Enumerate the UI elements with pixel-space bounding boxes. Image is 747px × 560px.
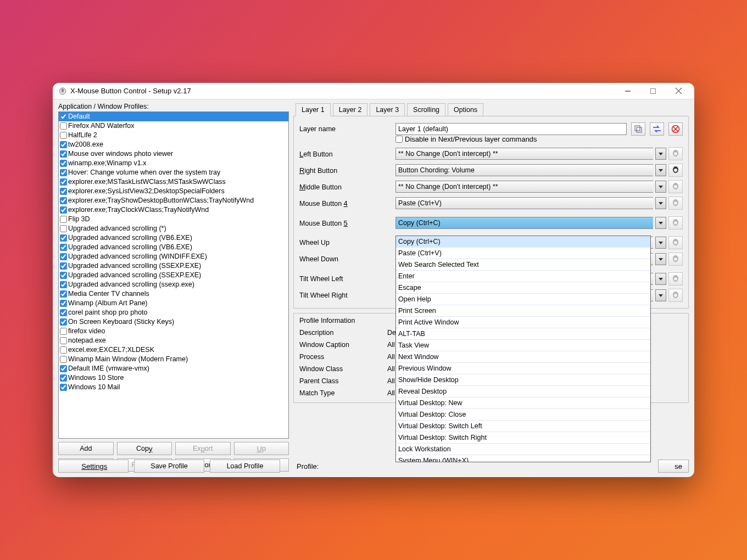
profile-row[interactable]: notepad.exe <box>59 336 288 345</box>
profile-row[interactable]: Mouse over windows photo viewer <box>59 149 288 159</box>
profile-row[interactable]: Firefox AND Waterfox <box>59 121 288 131</box>
dropdown-item[interactable]: Print Active Window <box>396 317 650 328</box>
dropdown-item[interactable]: Copy (Ctrl+C) <box>396 236 650 248</box>
dropdown-item[interactable]: Lock Workstation <box>396 444 650 455</box>
tab-layer-2[interactable]: Layer 2 <box>333 103 368 116</box>
profile-row[interactable]: Upgraded advanced scrolling (VB6.EXE) <box>59 233 288 243</box>
profile-row[interactable]: Upgraded advanced scrolling (SSEXP.EXE) <box>59 271 288 280</box>
action-select[interactable]: Button Chording: Volume <box>395 164 653 176</box>
dropdown-item[interactable]: Reveal Desktop <box>396 386 650 397</box>
profile-row[interactable]: Default IME (vmware-vmx) <box>59 364 288 373</box>
profile-checkbox[interactable] <box>60 216 67 223</box>
minimize-button[interactable] <box>615 83 640 99</box>
profile-checkbox[interactable] <box>60 262 67 270</box>
dropdown-item[interactable]: System Menu (WIN+X) <box>396 455 650 462</box>
add-button[interactable]: Add <box>58 442 114 455</box>
swap-layers-icon[interactable] <box>650 122 664 136</box>
profile-row[interactable]: explorer.exe;TrayClockWClass;TrayNotifyW… <box>59 205 288 215</box>
tab-layer-3[interactable]: Layer 3 <box>370 103 405 116</box>
profile-checkbox[interactable] <box>60 113 67 120</box>
dropdown-item[interactable]: Print Screen <box>396 305 650 317</box>
profile-row[interactable]: Winamp (Album Art Pane) <box>59 299 288 308</box>
chevron-down-icon[interactable] <box>655 148 666 160</box>
profile-checkbox[interactable] <box>60 356 67 363</box>
action-select[interactable]: ** No Change (Don't intercept) ** <box>395 181 653 193</box>
profile-row[interactable]: explorer.exe;MSTaskListWClass;MSTaskSwWC… <box>59 177 288 187</box>
dropdown-item[interactable]: Open Help <box>396 294 650 305</box>
profile-row[interactable]: Media Center TV channels <box>59 289 288 299</box>
tab-options[interactable]: Options <box>448 103 483 116</box>
disable-next-prev-checkbox[interactable] <box>395 136 403 143</box>
profile-row[interactable]: winamp.exe;Winamp v1.x <box>59 159 288 168</box>
profile-checkbox[interactable] <box>60 281 67 288</box>
tab-layer-1[interactable]: Layer 1 <box>296 103 331 116</box>
chevron-down-icon[interactable] <box>655 237 666 249</box>
settings-button[interactable]: Settings <box>58 460 129 473</box>
dropdown-item[interactable]: Escape <box>396 282 650 294</box>
chevron-down-icon[interactable] <box>655 197 666 209</box>
action-select[interactable]: Copy (Ctrl+C) <box>395 217 653 229</box>
profile-row[interactable]: Default <box>59 112 288 121</box>
profile-row[interactable]: Upgraded advanced scrolling (VB6.EXE) <box>59 243 288 252</box>
profile-checkbox[interactable] <box>60 244 67 251</box>
dropdown-item[interactable]: Virtual Desktop: Close <box>396 409 650 421</box>
chevron-down-icon[interactable] <box>655 289 666 301</box>
profile-checkbox[interactable] <box>60 253 67 260</box>
action-select[interactable]: ** No Change (Don't intercept) ** <box>395 148 653 160</box>
profile-row[interactable]: Upgraded advanced scrolling (*) <box>59 224 288 233</box>
profile-checkbox[interactable] <box>60 160 67 167</box>
dropdown-item[interactable]: Web Search Selected Text <box>396 259 650 271</box>
profile-row[interactable]: excel.exe;EXCEL7;XLDESK <box>59 345 288 355</box>
copy-layer-icon[interactable] <box>631 122 645 136</box>
profile-row[interactable]: Flip 3D <box>59 215 288 224</box>
profile-checkbox[interactable] <box>60 309 67 316</box>
gear-icon[interactable] <box>668 164 683 177</box>
profile-checkbox[interactable] <box>60 374 67 382</box>
dropdown-item[interactable]: Previous Window <box>396 363 650 374</box>
profile-checkbox[interactable] <box>60 225 67 232</box>
profile-checkbox[interactable] <box>60 206 67 214</box>
profile-row[interactable]: corel paint shop pro photo <box>59 308 288 317</box>
dropdown-item[interactable]: Enter <box>396 271 650 282</box>
dropdown-item[interactable]: Virtual Desktop: Switch Left <box>396 421 650 432</box>
profile-row[interactable]: HalfLife 2 <box>59 131 288 140</box>
profile-checkbox[interactable] <box>60 365 67 372</box>
chevron-down-icon[interactable] <box>655 253 666 265</box>
maximize-button[interactable] <box>640 83 666 99</box>
profile-checkbox[interactable] <box>60 290 67 298</box>
profile-checkbox[interactable] <box>60 178 67 186</box>
profile-row[interactable]: explorer.exe;SysListView32;DesktopSpecia… <box>59 187 288 196</box>
dropdown-item[interactable]: Next Window <box>396 351 650 363</box>
profiles-listbox[interactable]: DefaultFirefox AND WaterfoxHalfLife 2tw2… <box>58 111 289 439</box>
revert-layer-icon[interactable] <box>668 122 683 136</box>
partially-covered-button[interactable]: se <box>658 460 689 473</box>
chevron-down-icon[interactable] <box>655 181 666 193</box>
dropdown-item[interactable]: Virtual Desktop: Switch Right <box>396 432 650 444</box>
profile-checkbox[interactable] <box>60 169 67 176</box>
profile-checkbox[interactable] <box>60 122 67 130</box>
profile-checkbox[interactable] <box>60 197 67 204</box>
chevron-down-icon[interactable] <box>655 217 666 229</box>
action-select[interactable]: Paste (Ctrl+V) <box>395 197 653 209</box>
dropdown-item[interactable]: Show/Hide Desktop <box>396 374 650 386</box>
profile-checkbox[interactable] <box>60 300 67 307</box>
profile-checkbox[interactable] <box>60 337 67 344</box>
layer-name-input[interactable] <box>395 123 627 135</box>
mouse-button-5-dropdown[interactable]: Copy (Ctrl+C)Paste (Ctrl+V)Web Search Se… <box>395 236 651 462</box>
profile-checkbox[interactable] <box>60 132 67 139</box>
profile-checkbox[interactable] <box>60 318 67 326</box>
profile-row[interactable]: Winamp Main Window (Modern Frame) <box>59 355 288 364</box>
load-profile-button[interactable]: Load Profile <box>210 460 280 473</box>
chevron-down-icon[interactable] <box>655 273 666 285</box>
chevron-down-icon[interactable] <box>655 164 666 176</box>
profile-row[interactable]: explorer.exe;TrayShowDesktopButtonWClass… <box>59 196 288 205</box>
profile-row[interactable]: Upgraded advanced scrolling (SSEXP.EXE) <box>59 261 288 271</box>
profile-checkbox[interactable] <box>60 328 67 335</box>
dropdown-item[interactable]: Paste (Ctrl+V) <box>396 248 650 259</box>
profile-checkbox[interactable] <box>60 272 67 279</box>
profile-row[interactable]: Windows 10 Store <box>59 373 288 383</box>
dropdown-item[interactable]: ALT-TAB <box>396 328 650 340</box>
profile-checkbox[interactable] <box>60 141 67 148</box>
profile-row[interactable]: firefox video <box>59 327 288 336</box>
profile-row[interactable]: Upgraded advanced scrolling (WINDIFF.EXE… <box>59 252 288 261</box>
